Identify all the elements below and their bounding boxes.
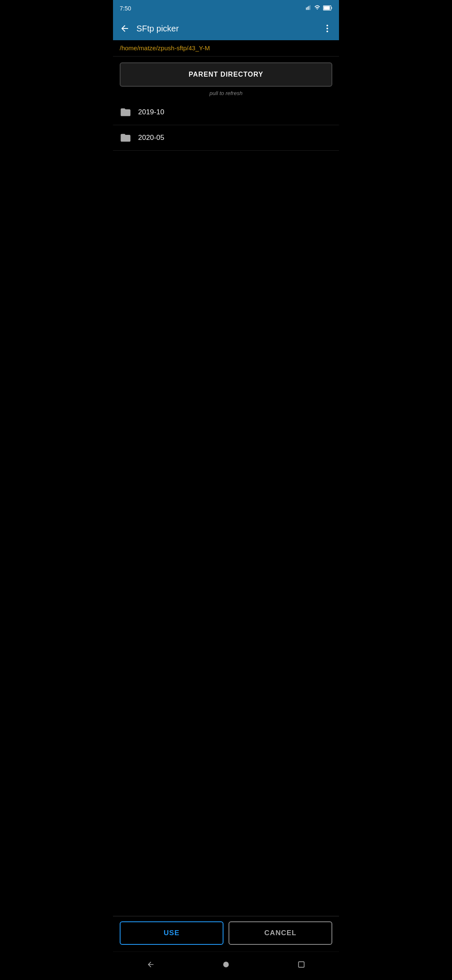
svg-rect-10 (298, 962, 304, 967)
content-spacer (113, 151, 339, 916)
status-time: 7:50 (120, 5, 131, 12)
svg-point-8 (326, 31, 328, 32)
system-recents-button[interactable] (287, 957, 316, 973)
system-back-button[interactable] (136, 957, 165, 973)
folder-name: 2019-10 (138, 108, 164, 116)
wifi-icon (314, 5, 321, 12)
svg-rect-3 (310, 5, 311, 10)
status-icons (306, 5, 332, 12)
list-item[interactable]: 2020-05 (113, 125, 339, 151)
svg-rect-1 (307, 7, 308, 10)
svg-rect-0 (306, 7, 307, 10)
list-item[interactable]: 2019-10 (113, 100, 339, 125)
folder-icon (120, 132, 131, 144)
current-path: /home/matze/zpush-sftp/43_Y-M (120, 44, 210, 52)
folder-list: 2019-10 2020-05 (113, 100, 339, 151)
bottom-action-bar: USE CANCEL (113, 916, 339, 952)
pull-to-refresh-hint: pull to refresh (113, 87, 339, 98)
battery-icon (323, 5, 332, 12)
overflow-menu-button[interactable] (319, 20, 336, 37)
back-button[interactable] (116, 20, 133, 37)
system-home-button[interactable] (212, 957, 240, 973)
svg-point-9 (223, 962, 229, 967)
svg-point-7 (326, 28, 328, 29)
svg-rect-2 (308, 6, 309, 10)
app-title: SFtp picker (133, 24, 319, 34)
path-bar: /home/matze/zpush-sftp/43_Y-M (113, 40, 339, 57)
svg-point-6 (326, 25, 328, 26)
status-bar: 7:50 (113, 0, 339, 17)
parent-directory-button[interactable]: PARENT DIRECTORY (120, 62, 332, 87)
use-button[interactable]: USE (120, 921, 223, 945)
folder-name: 2020-05 (138, 134, 164, 142)
folder-icon (120, 106, 131, 118)
app-bar: SFtp picker (113, 17, 339, 40)
sim-icon (306, 5, 311, 12)
content-area: PARENT DIRECTORY pull to refresh 2019-10… (113, 57, 339, 916)
svg-rect-5 (324, 6, 330, 10)
cancel-button[interactable]: CANCEL (229, 921, 332, 945)
system-nav-bar (113, 952, 339, 980)
